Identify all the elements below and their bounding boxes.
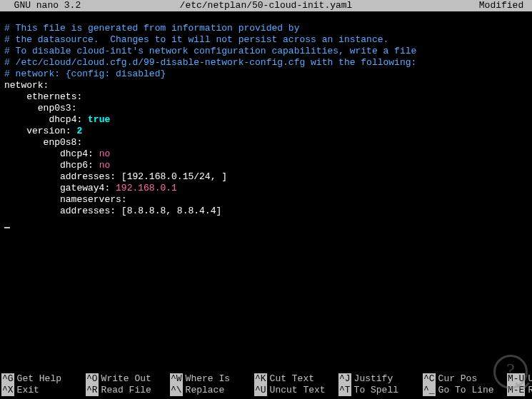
yaml-key: version — [26, 126, 66, 136]
yaml-value: no — [99, 148, 111, 159]
app-name: GNU nano 3.2 — [3, 0, 81, 11]
shortcut-label: Cur Pos — [438, 373, 478, 385]
shortcut-label: Replace — [186, 385, 225, 396]
watermark-icon: ? — [493, 355, 528, 389]
shortcut-label: Cut Text — [270, 373, 314, 385]
yaml-key: enp0s8 — [44, 137, 77, 148]
titlebar: GNU nano 3.2 /etc/netplan/50-cloud-init.… — [0, 0, 532, 11]
cursor — [4, 227, 10, 228]
shortcut-label: Write Out — [101, 373, 151, 385]
shortcut-label: Exit — [17, 385, 39, 396]
yaml-key: dhcp6 — [60, 160, 88, 171]
shortcut-label: Where Is — [186, 373, 230, 385]
shortcut-cut-text[interactable]: ^KCut Text — [254, 373, 326, 385]
shortcut-label: Go To Line — [438, 385, 494, 396]
yaml-value: 192.168.0.1 — [116, 183, 177, 193]
shortcut-where-is[interactable]: ^WWhere Is — [170, 373, 241, 385]
comment-line: # This file is generated from informatio… — [4, 23, 299, 34]
comment-line: # To disable cloud-init's network config… — [4, 46, 416, 56]
key-combo: ^K — [254, 373, 267, 385]
key-combo: ^O — [86, 373, 99, 385]
yaml-key: enp0s3 — [38, 103, 71, 113]
modified-status: Modified — [479, 0, 529, 11]
shortcut-label: Read File — [101, 385, 151, 396]
shortcut-get-help[interactable]: ^GGet Help — [1, 373, 73, 385]
key-combo: ^R — [86, 385, 99, 396]
shortcut-bar: ^GGet Help ^OWrite Out ^WWhere Is ^KCut … — [0, 373, 532, 396]
yaml-value: no — [99, 160, 111, 171]
key-combo: ^_ — [423, 385, 436, 396]
shortcut-label: Justify — [354, 373, 393, 385]
yaml-key: dhcp4 — [60, 148, 88, 159]
shortcut-go-to-line[interactable]: ^_Go To Line — [423, 385, 494, 396]
key-combo: ^X — [1, 385, 14, 396]
shortcut-to-spell[interactable]: ^TTo Spell — [338, 385, 410, 396]
comment-line: # network: {config: disabled} — [4, 69, 166, 79]
key-combo: ^U — [254, 385, 267, 396]
yaml-key: addresses — [60, 206, 110, 216]
shortcut-replace[interactable]: ^\Replace — [170, 385, 241, 396]
shortcut-read-file[interactable]: ^RRead File — [86, 385, 157, 396]
yaml-value: 2 — [76, 126, 82, 136]
yaml-value: true — [88, 114, 110, 125]
yaml-key: addresses — [60, 171, 110, 182]
yaml-key: network — [4, 80, 44, 91]
shortcut-justify[interactable]: ^JJustify — [338, 373, 410, 385]
key-combo: ^J — [338, 373, 351, 385]
shortcut-cur-pos[interactable]: ^CCur Pos — [423, 373, 494, 385]
shortcut-write-out[interactable]: ^OWrite Out — [86, 373, 157, 385]
comment-line: # /etc/cloud/cloud.cfg.d/99-disable-netw… — [4, 57, 416, 68]
shortcut-uncut-text[interactable]: ^UUncut Text — [254, 385, 326, 396]
shortcut-label: Redo — [528, 385, 532, 396]
yaml-key: nameservers — [60, 194, 121, 205]
comment-line: # the datasource. Changes to it will not… — [4, 34, 388, 45]
key-combo: ^C — [423, 373, 436, 385]
key-combo: ^\ — [170, 385, 183, 396]
key-combo: ^W — [170, 373, 183, 385]
key-combo: ^G — [1, 373, 14, 385]
yaml-key: gateway4 — [60, 183, 104, 193]
yaml-value: [8.8.8.8, 8.8.4.4] — [121, 206, 221, 216]
yaml-key: ethernets — [26, 91, 76, 102]
shortcut-exit[interactable]: ^XExit — [1, 385, 73, 396]
shortcut-label: To Spell — [354, 385, 398, 396]
editor-area[interactable]: # This file is generated from informatio… — [0, 11, 532, 228]
shortcut-label: Get Help — [17, 373, 61, 385]
shortcut-label: Uncut Text — [270, 385, 326, 396]
key-combo: ^T — [338, 385, 351, 396]
yaml-key: dhcp4 — [49, 114, 76, 125]
yaml-value: [192.168.0.15/24, ] — [121, 171, 227, 182]
